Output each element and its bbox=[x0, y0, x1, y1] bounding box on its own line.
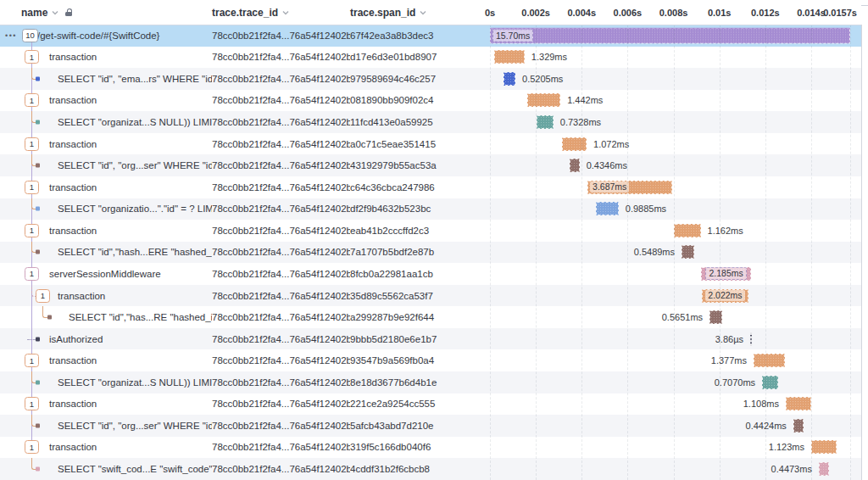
duration-bar[interactable] bbox=[819, 462, 829, 476]
table-row[interactable]: 1transaction78cc0bb21f2fa4...76a54f12402… bbox=[0, 133, 861, 155]
table-row[interactable]: 1transaction78cc0bb21f2fa4...76a54f12402… bbox=[0, 47, 861, 69]
table-row[interactable]: 1transaction78cc0bb21f2fa4...76a54f12402… bbox=[0, 437, 861, 459]
trace-id-value: 78cc0bb21f2fa4...76a54f12402bf0 bbox=[212, 464, 350, 474]
span-name[interactable]: serverSessionMiddleware bbox=[49, 269, 161, 279]
table-row[interactable]: 1transaction78cc0bb21f2fa4...76a54f12402… bbox=[0, 220, 861, 242]
table-row[interactable]: SELECT "swift_cod...E "swift_code"=?78cc… bbox=[0, 458, 861, 480]
axis-tick-label: 0s bbox=[485, 8, 495, 18]
table-row[interactable]: SELECT "id","hash...ERE "hashed_id"=?78c… bbox=[0, 242, 861, 264]
trace-id-value: 78cc0bb21f2fa4...76a54f12402bf0 bbox=[212, 399, 350, 409]
trace-id-value: 78cc0bb21f2fa4...76a54f12402bf0 bbox=[212, 312, 350, 322]
duration-label: 0.7070ms bbox=[715, 377, 755, 388]
axis-tick-label: 0.004s bbox=[567, 8, 596, 18]
table-row[interactable]: SELECT "organizat...S NULL)) LIMIT 278cc… bbox=[0, 111, 861, 133]
duration-bar[interactable] bbox=[562, 137, 587, 151]
duration-bar[interactable] bbox=[504, 72, 515, 86]
row-actions-icon[interactable]: ••• bbox=[5, 31, 17, 40]
span-name[interactable]: transaction bbox=[58, 291, 105, 301]
duration-bar[interactable] bbox=[750, 332, 752, 346]
table-row[interactable]: SELECT "organizatio..."."id" = ? LIMIT 1… bbox=[0, 198, 861, 220]
span-name[interactable]: transaction bbox=[49, 399, 97, 409]
duration-bar[interactable] bbox=[596, 202, 619, 215]
trace-id-value: 78cc0bb21f2fa4...76a54f12402bf0 bbox=[212, 247, 350, 257]
span-name[interactable]: SELECT "organizat...S NULL)) LIMIT 2 bbox=[58, 377, 212, 388]
span-name[interactable]: SELECT "id", "org...ser" WHERE "id"=? bbox=[58, 421, 212, 431]
span-name[interactable]: transaction bbox=[49, 139, 97, 149]
span-id-value: 221ce2a9254cc555 bbox=[350, 399, 479, 409]
child-count-badge[interactable]: 1 bbox=[25, 50, 39, 64]
duration-bar[interactable] bbox=[527, 93, 560, 107]
table-row[interactable]: SELECT "id", "ema...rs" WHERE "id"=?78cc… bbox=[0, 68, 861, 90]
child-count-badge[interactable]: 1 bbox=[25, 397, 39, 410]
span-name[interactable]: transaction bbox=[49, 355, 97, 366]
child-count-badge[interactable]: 1 bbox=[25, 267, 39, 281]
table-row[interactable]: 1transaction78cc0bb21f2fa4...76a54f12402… bbox=[0, 393, 861, 416]
trace-id-value: 78cc0bb21f2fa4...76a54f12402bf0 bbox=[212, 355, 350, 366]
table-row[interactable]: 1transaction78cc0bb21f2fa4...76a54f12402… bbox=[0, 90, 861, 112]
span-id-value: 9bbb5d2180e6e1b7 bbox=[350, 334, 479, 344]
span-id-value: 7a1707b5bdf2e87b bbox=[350, 247, 479, 257]
table-row[interactable]: 1transaction78cc0bb21f2fa4...76a54f12402… bbox=[0, 349, 861, 371]
table-row[interactable]: SELECT "organizat...S NULL)) LIMIT 278cc… bbox=[0, 371, 861, 393]
duration-bar[interactable] bbox=[537, 115, 554, 129]
trace-id-value: 78cc0bb21f2fa4...76a54f12402bf0 bbox=[212, 421, 350, 431]
span-name[interactable]: transaction bbox=[49, 226, 97, 236]
span-name[interactable]: SELECT "organizatio..."."id" = ? LIMIT 1 bbox=[58, 204, 212, 214]
child-count-badge[interactable]: 1 bbox=[25, 93, 39, 107]
span-name[interactable]: SELECT "id","hash...ERE "hashed_id"=? bbox=[58, 247, 212, 257]
child-count-badge[interactable]: 1 bbox=[25, 137, 39, 151]
duration-bar[interactable]: 2.022ms bbox=[702, 289, 748, 303]
table-row[interactable]: SELECT "id", "org...ser" WHERE "id"=?78c… bbox=[0, 415, 861, 437]
table-row[interactable]: isAuthorized78cc0bb21f2fa4...76a54f12402… bbox=[0, 328, 861, 350]
duration-bar[interactable] bbox=[786, 397, 811, 410]
table-row[interactable]: 1serverSessionMiddleware78cc0bb21f2fa4..… bbox=[0, 263, 861, 285]
axis-tick-label: 0.006s bbox=[614, 8, 643, 18]
trace-id-value: 78cc0bb21f2fa4...76a54f12402bf0 bbox=[212, 31, 350, 41]
column-header-name[interactable]: name bbox=[0, 7, 212, 19]
span-name[interactable]: SELECT "organizat...S NULL)) LIMIT 2 bbox=[58, 117, 212, 127]
chevron-down-icon[interactable] bbox=[281, 8, 290, 17]
child-count-badge[interactable]: 1 bbox=[25, 440, 39, 454]
duration-bar[interactable]: 2.185ms bbox=[701, 267, 751, 281]
column-header-span-id[interactable]: trace.span_id bbox=[350, 7, 479, 19]
child-count-badge[interactable]: 1 bbox=[25, 224, 39, 237]
child-count-badge[interactable]: 1 bbox=[25, 181, 39, 194]
span-name[interactable]: transaction bbox=[49, 95, 97, 105]
table-row[interactable]: 1transaction78cc0bb21f2fa4...76a54f12402… bbox=[0, 285, 861, 307]
table-row[interactable]: SELECT "id", "org...ser" WHERE "id"=?78c… bbox=[0, 154, 861, 176]
table-row[interactable]: 1transaction78cc0bb21f2fa4...76a54f12402… bbox=[0, 176, 861, 198]
column-header-trace-id[interactable]: trace.trace_id bbox=[212, 7, 350, 19]
table-row[interactable]: SELECT "id","has...RE "hashed_id"=?78cc0… bbox=[0, 306, 861, 328]
span-name[interactable]: isAuthorized bbox=[49, 334, 103, 344]
duration-bar[interactable] bbox=[674, 224, 700, 237]
span-name[interactable]: transaction bbox=[49, 442, 97, 452]
duration-bar[interactable]: 15.70ms bbox=[490, 27, 850, 43]
child-count-badge[interactable]: 1 bbox=[36, 289, 50, 303]
duration-bar[interactable] bbox=[811, 440, 837, 454]
span-name[interactable]: SELECT "id", "ema...rs" WHERE "id"=? bbox=[58, 74, 212, 84]
child-count-badge[interactable]: 1 bbox=[25, 354, 39, 367]
duration-bar[interactable] bbox=[709, 310, 722, 324]
chevron-down-icon[interactable] bbox=[419, 8, 427, 17]
name-cell: 1transaction bbox=[0, 437, 212, 459]
span-name[interactable]: SELECT "id", "org...ser" WHERE "id"=? bbox=[58, 160, 212, 170]
duration-bar[interactable]: 3.687ms bbox=[587, 181, 672, 194]
time-axis: 0s0.002s0.004s0.006s0.008s0.01s0.012s0.0… bbox=[479, 0, 861, 25]
duration-bar[interactable] bbox=[494, 50, 525, 64]
duration-bar[interactable] bbox=[754, 354, 785, 367]
span-name[interactable]: SELECT "swift_cod...E "swift_code"=? bbox=[58, 464, 212, 474]
trace-id-value: 78cc0bb21f2fa4...76a54f12402bf0 bbox=[212, 95, 350, 105]
duration-bar[interactable] bbox=[570, 159, 580, 172]
axis-tick-label: 0.002s bbox=[521, 8, 550, 18]
duration-bar[interactable] bbox=[682, 245, 694, 259]
lock-icon[interactable] bbox=[65, 8, 73, 16]
duration-bar[interactable] bbox=[793, 419, 804, 433]
span-name[interactable]: /get-swift-code/#{SwiftCode} bbox=[37, 31, 159, 41]
span-name[interactable]: transaction bbox=[49, 182, 97, 193]
trace-id-value: 78cc0bb21f2fa4...76a54f12402bf0 bbox=[212, 74, 350, 84]
table-row[interactable]: •••10/get-swift-code/#{SwiftCode}78cc0bb… bbox=[0, 25, 861, 47]
child-count-badge[interactable]: 10 bbox=[22, 29, 38, 42]
span-name[interactable]: transaction bbox=[49, 52, 97, 62]
chevron-down-icon[interactable] bbox=[51, 8, 59, 17]
span-name[interactable]: SELECT "id","has...RE "hashed_id"=? bbox=[69, 312, 212, 322]
